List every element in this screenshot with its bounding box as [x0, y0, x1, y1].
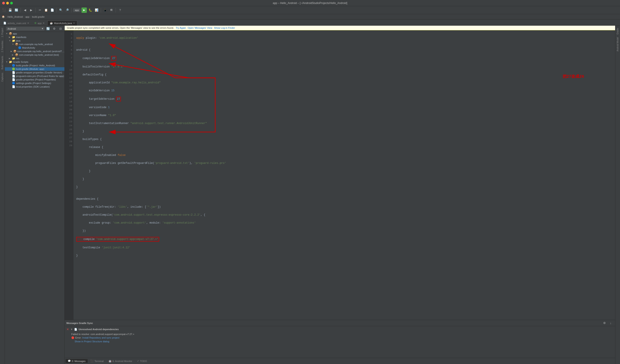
tab-activity-main[interactable]: 📄 activity_main.xml ✕ — [1, 21, 31, 25]
panel-tab-captures[interactable]: Captures — [1, 72, 4, 83]
tree-gradle-scripts[interactable]: ▼ 📁 Gradle Scripts — [5, 60, 64, 64]
error-group-title: Unresolved Android dependencies — [79, 328, 119, 331]
tab-android-monitor[interactable]: 🤖 6: Android Monitor — [106, 359, 134, 363]
tree-res[interactable]: ▶ 📁 res — [5, 57, 64, 60]
tab-xml-icon: 📄 — [3, 22, 6, 25]
breadcrumb-home[interactable]: 🏠 — [2, 15, 5, 18]
run-config[interactable]: app — [73, 8, 81, 12]
help-btn[interactable]: ? — [117, 8, 123, 13]
sync-btn[interactable]: 🔄 — [14, 8, 19, 13]
open-messages-link[interactable]: Open 'Messages' View — [188, 27, 212, 29]
close-button[interactable] — [2, 2, 5, 4]
tree-manifests[interactable]: ▶ 📁 manifests — [5, 35, 64, 39]
package-icon2: 📦 — [13, 50, 17, 53]
project-btn[interactable]: ⬛ — [1, 8, 7, 13]
tree-gradle-props[interactable]: 📄 gradle.properties (Project Properties) — [5, 78, 64, 81]
tab-mainactivity[interactable]: ☕ MainActivity.java ✕ — [47, 21, 77, 25]
module-icon: 📦 — [9, 32, 12, 35]
show-project-structure-link[interactable]: Show in Project Structure dialog — [75, 340, 109, 343]
undo-btn[interactable]: ◀ — [22, 8, 28, 13]
show-log-link[interactable]: Show Log in Finder — [214, 27, 235, 29]
tree-package-android[interactable]: ▶ 📦 com.example.ray.hello_android (andro… — [5, 50, 64, 53]
search-btn[interactable]: 🔍 — [58, 8, 63, 13]
messages-close-btn[interactable]: ↓ — [608, 320, 613, 326]
avd-btn[interactable]: 📱 — [103, 8, 108, 13]
close-icon[interactable]: ✕ — [66, 328, 69, 331]
code-editor[interactable]: 12345 678910 1112131415 1617181920 21222… — [65, 30, 615, 320]
paste-btn[interactable]: 📄 — [50, 8, 55, 13]
cut-btn[interactable]: ✂ — [37, 8, 43, 13]
package-icon: 📦 — [15, 43, 18, 46]
tree-java[interactable]: ▼ 📁 java — [5, 39, 64, 43]
tab-terminal[interactable]: ⬛ Terminal — [88, 359, 106, 363]
panel-tab-build-variants[interactable]: Build Variants — [1, 55, 4, 71]
sidebar-collapse-btn[interactable]: ⊟ — [58, 26, 63, 31]
todo-icon: ✓ — [137, 360, 139, 363]
res-folder-icon: 📁 — [12, 57, 15, 60]
local-props-icon: 📄 — [12, 85, 15, 88]
tree-mainactivity[interactable]: 🔵 MainActivity — [5, 46, 64, 50]
tree-app[interactable]: ▼ 📦 app — [5, 32, 64, 35]
messages-settings-btn[interactable]: ⚙ — [602, 320, 607, 326]
sidebar-sync-btn[interactable]: 🔄 — [45, 26, 51, 31]
panel-tab-android-model[interactable]: Android Model — [616, 36, 619, 53]
right-panel-tabs: Gradle Android Model — [615, 26, 620, 364]
tree-settings-gradle[interactable]: 🔵 settings.gradle (Project Settings) — [5, 81, 64, 85]
notification-message: Gradle project sync completed with some … — [67, 27, 174, 29]
breadcrumb-project[interactable]: Hello_Android — [8, 15, 23, 18]
install-repo-link[interactable]: Install Repository and sync project — [82, 336, 120, 339]
gradle-icon2: 🟢 — [12, 67, 15, 71]
panel-tab-project[interactable]: 1: Project — [1, 27, 4, 39]
show-dialog-row: Show in Project Structure dialog — [65, 340, 615, 343]
settings-gradle-icon: 🔵 — [12, 82, 15, 85]
tree-build-gradle-project[interactable]: 🔵 build.gradle (Project: Hello_Android) — [5, 64, 64, 67]
breadcrumb-file[interactable]: build.gradle — [32, 15, 45, 18]
messages-panel-title: Messages Gradle Sync — [66, 322, 93, 324]
tab-messages[interactable]: 💬 0: Messages — [65, 359, 88, 363]
tree-gradle-wrapper[interactable]: 📄 gradle-wrapper.properties (Gradle Vers… — [5, 71, 64, 74]
window-title: app – Hello_Android – [~/AndroidStudioPr… — [273, 1, 347, 5]
tab-gradle-icon: ⚙ — [34, 22, 36, 25]
run-btn[interactable]: ▶ — [81, 8, 87, 13]
project-sidebar: Android ▾ 🔄 ⚙ ⊟ ▼ 📦 app ▶ 📁 manifests — [5, 26, 65, 364]
panel-tab-gradle[interactable]: Gradle — [616, 27, 619, 36]
code-content[interactable]: apply plugin: 'com.android.application' … — [74, 30, 615, 320]
error-prefix: Error: — [75, 336, 81, 339]
sdk-btn[interactable]: 🛠 — [109, 8, 114, 13]
editor-tabs: 📄 activity_main.xml ✕ ⚙ app ✕ ☕ MainActi… — [0, 19, 620, 26]
sidebar-settings-btn[interactable]: ⚙ — [52, 26, 57, 31]
tree-package-main[interactable]: ▼ 📦 com.example.ray.hello_android — [5, 43, 64, 46]
replace-btn[interactable]: 🔎 — [64, 8, 70, 13]
debug-btn[interactable]: 🐛 — [88, 8, 93, 13]
try-again-link[interactable]: Try Again — [176, 27, 186, 29]
messages-content: ✕ ▼ 📄 Unresolved Android dependencies Fa… — [65, 326, 615, 358]
profile-btn[interactable]: 📊 — [94, 8, 99, 13]
redo-btn[interactable]: ▶ — [29, 8, 34, 13]
messages-panel: Messages Gradle Sync ⚙ ↓ ✕ ▼ 📄 Unresolve… — [65, 320, 615, 364]
sidebar-toolbar: Android ▾ 🔄 ⚙ ⊟ — [5, 26, 64, 32]
tab-close-activity[interactable]: ✕ — [27, 22, 29, 24]
tree-build-gradle-app[interactable]: 🟢 build.gradle (Module: app) — [5, 67, 64, 71]
folder-icon: 📁 — [12, 39, 15, 42]
breadcrumb-module[interactable]: app — [25, 15, 29, 18]
tree-local-props[interactable]: 📄 local.properties (SDK Location) — [5, 85, 64, 88]
tree-proguard[interactable]: 📄 proguard-rules.pro (ProGuard Rules for… — [5, 74, 64, 78]
minimize-button[interactable] — [6, 2, 9, 4]
wrapper-icon: 📄 — [12, 71, 15, 74]
save-btn[interactable]: 💾 — [8, 8, 13, 13]
gradle-icon1: 🔵 — [12, 64, 15, 67]
tree-package-test[interactable]: ▶ 📦 com.example.ray.hello_android (test) — [5, 53, 64, 57]
expand-btn[interactable]: ▼ — [70, 328, 73, 331]
left-panel-tabs: 1: Project 2: Favorites Build Variants C… — [0, 26, 5, 364]
android-dropdown[interactable]: Android ▾ — [6, 27, 45, 30]
panel-tab-favorites[interactable]: 2: Favorites — [1, 39, 4, 54]
maximize-button[interactable] — [10, 2, 13, 4]
tab-app[interactable]: ⚙ app ✕ — [32, 21, 47, 25]
tab-close-main[interactable]: ✕ — [73, 22, 75, 24]
error-detail-text: Failed to resolve: com.android.support:a… — [71, 333, 134, 335]
tab-todo[interactable]: ✓ TODO — [135, 359, 149, 363]
terminal-icon: ⬛ — [90, 360, 93, 363]
tab-close-app[interactable]: ✕ — [43, 22, 45, 24]
copy-btn[interactable]: 📋 — [43, 8, 49, 13]
error-with-links: 🔴 Error: Install Repository and sync pro… — [65, 336, 615, 340]
